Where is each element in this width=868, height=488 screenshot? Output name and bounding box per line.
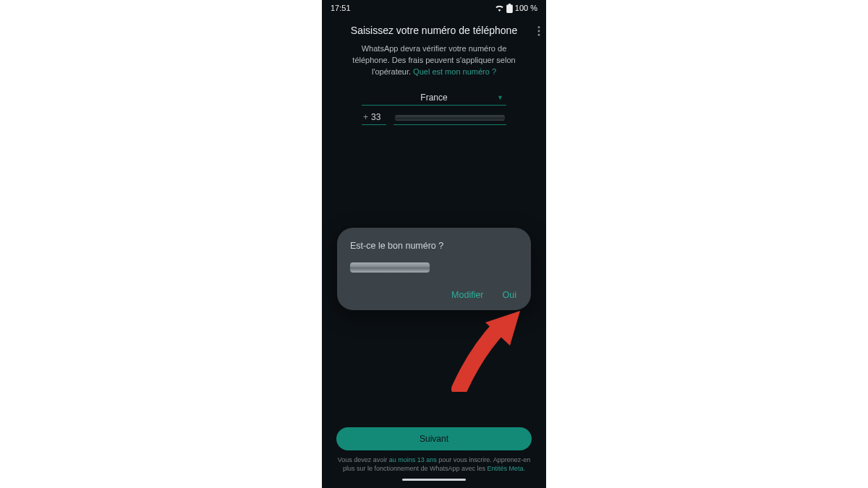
page-title: Saisissez votre numéro de téléphone [351, 25, 517, 36]
modify-button[interactable]: Modifier [451, 290, 483, 300]
country-code-field[interactable]: + 33 [362, 110, 386, 125]
phone-entry-area: France ▼ + 33 [322, 90, 546, 125]
footer-area: Suivant Vous devez avoir au moins 13 ans… [322, 427, 546, 488]
svg-point-1 [538, 30, 540, 33]
home-indicator [402, 479, 466, 481]
confirm-button[interactable]: Oui [503, 290, 516, 300]
header: Saisissez votre numéro de téléphone [322, 16, 546, 39]
phone-frame: 17:51 100 % Saisissez votre numéro de té… [322, 0, 546, 488]
status-right: 100 % [495, 4, 537, 13]
country-name: France [420, 93, 447, 103]
what-is-my-number-link[interactable]: Quel est mon numéro ? [413, 67, 496, 76]
battery-percent: 100 % [515, 4, 537, 12]
legal-age: au moins 13 ans [389, 456, 437, 463]
svg-point-2 [538, 34, 540, 36]
legal-end: . [524, 465, 526, 472]
dialog-title: Est-ce le bon numéro ? [350, 241, 518, 251]
annotation-arrow-icon [451, 305, 530, 395]
phone-number-field[interactable] [393, 111, 506, 125]
status-time: 17:51 [331, 4, 351, 12]
instructions-text: WhatsApp devra vérifier votre numéro de … [322, 39, 546, 78]
meta-entities-link[interactable]: Entités Meta [488, 465, 524, 472]
legal-text: Vous devez avoir au moins 13 ans pour vo… [336, 455, 532, 474]
phone-number-row: + 33 [362, 110, 506, 125]
dialog-redacted-number [350, 262, 430, 273]
legal-pre: Vous devez avoir [338, 456, 389, 463]
next-button[interactable]: Suivant [336, 427, 532, 450]
redacted-number [395, 115, 505, 121]
battery-icon [506, 4, 513, 13]
country-code-value: 33 [371, 112, 380, 122]
chevron-down-icon: ▼ [497, 94, 503, 101]
confirm-number-dialog: Est-ce le bon numéro ? Modifier Oui [337, 228, 531, 310]
more-options-icon[interactable] [537, 26, 540, 39]
country-picker[interactable]: France ▼ [362, 90, 506, 106]
wifi-icon [495, 4, 504, 12]
dialog-actions: Modifier Oui [350, 290, 518, 303]
plus-prefix: + [363, 112, 368, 122]
status-bar: 17:51 100 % [322, 0, 546, 16]
svg-point-0 [538, 26, 540, 28]
